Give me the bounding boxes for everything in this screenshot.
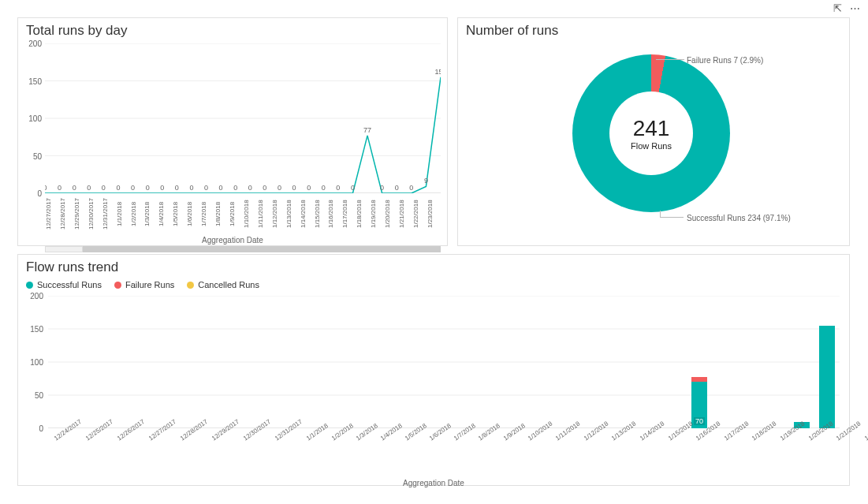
donut-center-value: 241 bbox=[633, 116, 670, 141]
card-total-runs[interactable]: Total runs by day 0 50 100 150 200 00000… bbox=[17, 17, 448, 246]
chart-title-trend: Flow runs trend bbox=[18, 255, 849, 277]
legend-swatch-cancelled bbox=[187, 282, 194, 289]
bar-column[interactable] bbox=[456, 296, 482, 428]
bar-value-label: 70 bbox=[694, 417, 705, 425]
svg-text:0: 0 bbox=[263, 184, 266, 192]
donut-ring[interactable]: 241 Flow Runs bbox=[572, 54, 730, 212]
svg-text:0: 0 bbox=[233, 184, 237, 192]
chart-title-number: Number of runs bbox=[458, 18, 849, 40]
card-flow-runs-trend[interactable]: Flow runs trend Successful Runs Failure … bbox=[17, 254, 850, 486]
x-tick-label: 1/8/2018 bbox=[214, 193, 229, 234]
x-tick-label: 12/27/2017 bbox=[45, 193, 59, 234]
svg-text:0: 0 bbox=[380, 184, 384, 192]
more-options-icon[interactable]: ⋯ bbox=[850, 2, 860, 14]
chart-title-total: Total runs by day bbox=[18, 18, 447, 40]
y-tick: 0 bbox=[21, 189, 42, 198]
svg-text:0: 0 bbox=[204, 184, 208, 192]
bar-column[interactable] bbox=[278, 296, 304, 428]
line-chart-svg: 0000000000000000000000770009155 bbox=[45, 43, 441, 193]
bar-column[interactable] bbox=[533, 296, 558, 428]
horizontal-scrollbar[interactable] bbox=[45, 246, 441, 252]
bar-column[interactable] bbox=[610, 296, 635, 428]
bar-column[interactable] bbox=[73, 296, 99, 428]
x-tick-label: 1/1/2018 bbox=[116, 193, 130, 234]
legend-item-success[interactable]: Successful Runs bbox=[26, 280, 102, 289]
x-tick-label: 12/30/2017 bbox=[88, 193, 102, 234]
y-tick: 200 bbox=[21, 39, 42, 48]
bar-segment-success[interactable] bbox=[819, 326, 835, 428]
bar-column[interactable] bbox=[201, 296, 226, 428]
bar-column[interactable] bbox=[738, 296, 763, 428]
donut-center-label: Flow Runs bbox=[631, 141, 672, 151]
x-tick-label: 1/4/2018 bbox=[158, 193, 172, 234]
x-tick-label: 1/16/2018 bbox=[327, 193, 341, 234]
legend: Successful Runs Failure Runs Cancelled R… bbox=[18, 277, 849, 293]
x-tick-label: 1/14/2018 bbox=[300, 193, 314, 234]
bar-column[interactable] bbox=[227, 296, 252, 428]
x-tick-label: 1/22/2018 bbox=[412, 193, 427, 234]
legend-label: Successful Runs bbox=[37, 280, 102, 289]
x-tick-label: 1/9/2018 bbox=[229, 193, 243, 234]
x-tick-label: 1/15/2018 bbox=[314, 193, 328, 234]
x-tick-label: 1/3/2018 bbox=[143, 193, 158, 234]
bar-column[interactable] bbox=[380, 296, 405, 428]
y-tick: 100 bbox=[21, 358, 43, 367]
svg-text:0: 0 bbox=[175, 184, 179, 192]
svg-text:0: 0 bbox=[146, 184, 150, 192]
x-tick-label: 1/11/2018 bbox=[257, 193, 271, 234]
svg-text:0: 0 bbox=[58, 184, 61, 192]
y-tick: 150 bbox=[21, 77, 42, 85]
bar-column[interactable] bbox=[661, 296, 686, 428]
x-axis-caption: Aggregation Date bbox=[18, 236, 447, 245]
bar-column[interactable] bbox=[252, 296, 278, 428]
donut-center: 241 Flow Runs bbox=[609, 91, 693, 175]
bar-column[interactable] bbox=[431, 296, 456, 428]
bar-column[interactable] bbox=[814, 296, 840, 428]
x-axis-caption: Aggregation Date bbox=[18, 479, 849, 487]
line-chart-plot-area[interactable]: 0 50 100 150 200 00000000000000000000007… bbox=[45, 43, 441, 193]
y-tick: 200 bbox=[21, 292, 43, 301]
bar-column[interactable] bbox=[763, 296, 788, 428]
svg-text:155: 155 bbox=[434, 68, 441, 76]
legend-item-failure[interactable]: Failure Runs bbox=[114, 280, 174, 289]
y-tick: 50 bbox=[21, 391, 43, 400]
report-toolbar: ⇱ ⋯ bbox=[833, 2, 860, 14]
bar-column[interactable] bbox=[125, 296, 150, 428]
svg-text:0: 0 bbox=[409, 184, 413, 192]
svg-text:77: 77 bbox=[363, 126, 371, 134]
card-number-of-runs[interactable]: Number of runs 241 Flow Runs Failure Run… bbox=[457, 17, 850, 246]
bar-column[interactable] bbox=[355, 296, 380, 428]
bar-column[interactable] bbox=[304, 296, 329, 428]
share-icon[interactable]: ⇱ bbox=[833, 2, 842, 14]
bar-column[interactable] bbox=[405, 296, 430, 428]
bar-column[interactable] bbox=[788, 296, 814, 428]
x-tick-label: 1/20/2018 bbox=[384, 193, 398, 234]
x-tick-label: 12/29/2017 bbox=[73, 193, 88, 234]
legend-label: Failure Runs bbox=[125, 280, 174, 289]
donut-callout-success: Successful Runs 234 (97.1%) bbox=[687, 214, 791, 222]
bar-column[interactable] bbox=[151, 296, 176, 428]
bar-column[interactable] bbox=[99, 296, 125, 428]
bar-column[interactable] bbox=[712, 296, 737, 428]
legend-label: Cancelled Runs bbox=[198, 280, 259, 289]
bar-column[interactable] bbox=[508, 296, 533, 428]
svg-text:0: 0 bbox=[116, 184, 120, 192]
legend-item-cancelled[interactable]: Cancelled Runs bbox=[187, 280, 259, 289]
y-tick: 0 bbox=[21, 424, 43, 433]
bar-column[interactable] bbox=[329, 296, 354, 428]
bar-column[interactable] bbox=[559, 296, 584, 428]
donut-chart-area[interactable]: 241 Flow Runs Failure Runs 7 (2.9%) Succ… bbox=[458, 40, 849, 230]
svg-text:0: 0 bbox=[351, 184, 355, 192]
bar-column[interactable] bbox=[635, 296, 661, 428]
bar-column[interactable] bbox=[482, 296, 508, 428]
bar-chart-plot-area[interactable]: 0 50 100 150 200 70 bbox=[48, 296, 840, 428]
bar-column[interactable] bbox=[584, 296, 609, 428]
y-tick: 150 bbox=[21, 325, 43, 334]
bar-column[interactable]: 70 bbox=[687, 296, 712, 428]
x-axis-labels: 12/27/201712/28/201712/29/201712/30/2017… bbox=[45, 193, 441, 234]
bar-column[interactable] bbox=[176, 296, 201, 428]
scrollbar-thumb[interactable] bbox=[45, 246, 83, 252]
x-tick-label: 1/23/2018 bbox=[427, 193, 441, 234]
x-tick-label: 1/6/2018 bbox=[186, 193, 200, 234]
bar-column[interactable] bbox=[48, 296, 73, 428]
